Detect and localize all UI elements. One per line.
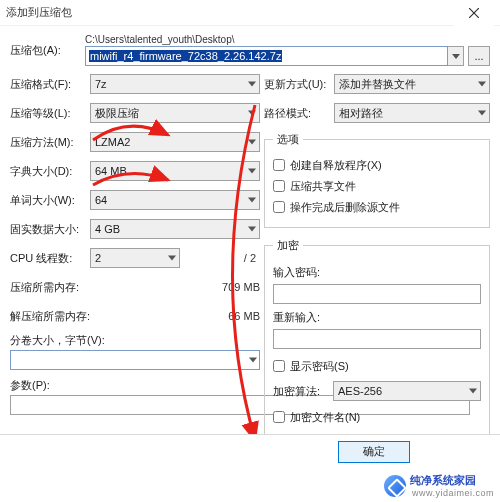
password-input[interactable] (273, 284, 481, 304)
delete-checkbox[interactable]: 操作完成后删除源文件 (273, 198, 481, 216)
archive-path-prefix: C:\Users\talented_youth\Desktop\ (85, 34, 490, 45)
memd-label: 解压缩所需内存: (10, 309, 204, 324)
split-label: 分卷大小，字节(V): (10, 333, 260, 348)
level-label: 压缩等级(L): (10, 106, 90, 121)
close-button[interactable] (454, 0, 494, 26)
options-group: 选项 创建自释放程序(X) 压缩共享文件 操作完成后删除源文件 (264, 132, 490, 228)
format-select[interactable]: 7z (90, 74, 260, 94)
pathmode-select[interactable]: 相对路径 (334, 103, 490, 123)
memd-value: 66 MB (210, 310, 260, 322)
dict-select[interactable]: 64 MB (90, 161, 260, 181)
params-label: 参数(P): (10, 378, 260, 393)
archive-history-dropdown[interactable] (448, 46, 464, 66)
update-select[interactable]: 添加并替换文件 (334, 74, 490, 94)
archive-filename-selection: miwifi_r4_firmware_72c38_2.26.142.7z (89, 50, 282, 62)
update-label: 更新方式(U): (264, 77, 334, 92)
word-label: 单词大小(W): (10, 193, 90, 208)
shared-checkbox[interactable]: 压缩共享文件 (273, 177, 481, 195)
dict-label: 字典大小(D): (10, 164, 90, 179)
encryption-legend: 加密 (273, 238, 303, 253)
watermark-brand: 纯净系统家园 (410, 473, 494, 488)
word-select[interactable]: 64 (90, 190, 260, 210)
password2-label: 重新输入: (273, 310, 481, 325)
format-label: 压缩格式(F): (10, 77, 90, 92)
watermark-url: www.yidaimei.com (412, 488, 494, 498)
algo-select[interactable]: AES-256 (333, 381, 481, 401)
split-input[interactable] (10, 350, 260, 370)
sfx-checkbox[interactable]: 创建自释放程序(X) (273, 156, 481, 174)
archive-filename-input[interactable]: miwifi_r4_firmware_72c38_2.26.142.7z (85, 46, 448, 66)
memc-value: 709 MB (210, 281, 260, 293)
algo-label: 加密算法: (273, 384, 333, 399)
ok-button[interactable]: 确定 (338, 441, 410, 463)
cpu-label: CPU 线程数: (10, 251, 90, 266)
encryption-group: 加密 输入密码: 重新输入: 显示密码(S) 加密算法:AES-256 加密文件… (264, 238, 490, 438)
method-label: 压缩方法(M): (10, 135, 90, 150)
solid-label: 固实数据大小: (10, 222, 90, 237)
browse-button[interactable]: ... (468, 46, 490, 66)
watermark-icon (384, 475, 406, 497)
window-title: 添加到压缩包 (6, 5, 72, 20)
solid-select[interactable]: 4 GB (90, 219, 260, 239)
method-select[interactable]: LZMA2 (90, 132, 260, 152)
watermark: 纯净系统家园 www.yidaimei.com (384, 473, 494, 498)
memc-label: 压缩所需内存: (10, 280, 204, 295)
password-label: 输入密码: (273, 265, 481, 280)
cpu-select[interactable]: 2 (90, 248, 180, 268)
archive-label: 压缩包(A): (10, 43, 85, 58)
show-password-checkbox[interactable]: 显示密码(S) (273, 357, 481, 375)
level-select[interactable]: 极限压缩 (90, 103, 260, 123)
cpu-total: / 2 (182, 252, 260, 264)
options-legend: 选项 (273, 132, 303, 147)
pathmode-label: 路径模式: (264, 106, 334, 121)
encrypt-names-checkbox[interactable]: 加密文件名(N) (273, 408, 481, 426)
password2-input[interactable] (273, 329, 481, 349)
